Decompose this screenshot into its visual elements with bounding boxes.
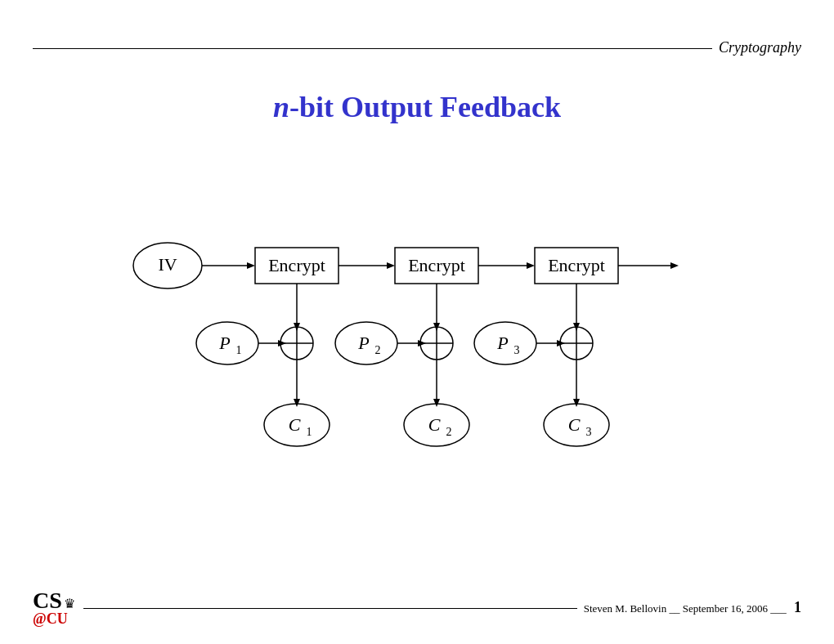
c2-sub: 2 [446, 426, 452, 438]
page-number: 1 [794, 599, 801, 615]
svg-marker-11 [670, 262, 679, 269]
p1-sub: 1 [236, 344, 242, 356]
p3-label: P [496, 333, 508, 353]
crown-icon: ♛ [64, 596, 75, 611]
c1-sub: 1 [307, 426, 312, 438]
encrypt-3: Encrypt [548, 255, 605, 275]
footer-author: Steven M. Bellovin [584, 602, 666, 615]
svg-marker-5 [387, 262, 395, 269]
footer: CS ♛ @CU Steven M. Bellovin __ September… [33, 588, 801, 628]
diagram-svg: IV Encrypt Encrypt Encrypt [0, 180, 834, 490]
c2-label: C [428, 414, 441, 435]
title-rest: -bit Output Feedback [289, 91, 561, 123]
svg-marker-2 [247, 262, 255, 269]
p2-label: P [357, 333, 369, 353]
iv-label: IV [158, 254, 177, 275]
at-cu-text: @CU [33, 610, 75, 628]
cryptography-label: Cryptography [712, 39, 801, 56]
page-title: n-bit Output Feedback [0, 90, 834, 124]
footer-logo: CS ♛ @CU [33, 588, 75, 628]
svg-marker-29 [278, 340, 286, 347]
svg-marker-37 [294, 399, 300, 407]
p2-sub: 2 [375, 344, 381, 356]
p3-sub: 3 [514, 344, 520, 356]
c1-label: C [289, 414, 301, 435]
title-n: n [273, 91, 289, 123]
footer-line-area: Steven M. Bellovin __ September 16, 2006… [83, 599, 801, 616]
svg-marker-41 [573, 399, 580, 407]
header-line [33, 48, 801, 49]
svg-marker-39 [433, 399, 440, 407]
svg-marker-35 [557, 340, 565, 347]
svg-marker-32 [418, 340, 426, 347]
footer-date: September 16, 2006 [683, 602, 768, 615]
footer-attribution: Steven M. Bellovin __ September 16, 2006… [577, 599, 801, 616]
top-header: Cryptography [33, 39, 801, 56]
c3-sub: 3 [586, 426, 592, 438]
footer-dash: ___ [770, 602, 789, 615]
encrypt-1: Encrypt [268, 255, 325, 275]
c3-label: C [568, 414, 581, 435]
encrypt-2: Encrypt [408, 255, 465, 275]
svg-marker-8 [527, 262, 535, 269]
diagram-area: IV Encrypt Encrypt Encrypt [0, 180, 834, 490]
footer-sep: __ [669, 602, 682, 615]
p1-label: P [218, 333, 230, 353]
